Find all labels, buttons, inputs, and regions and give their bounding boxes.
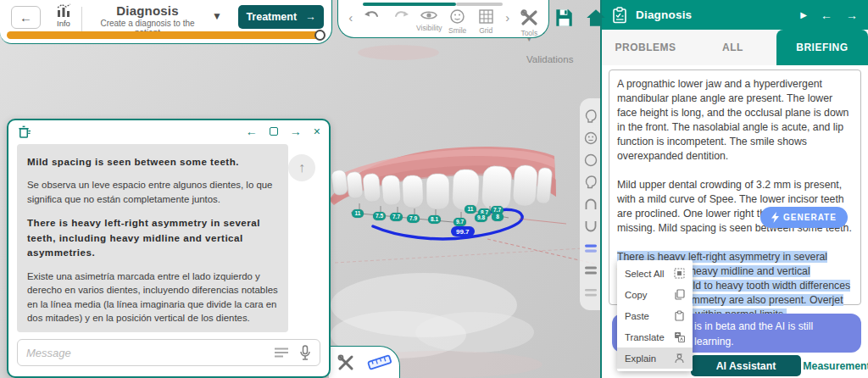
occlusion-view-icon-selected[interactable] (583, 241, 598, 256)
tooth-width-badge[interactable]: 9.7 (453, 218, 466, 226)
ai-chat-window: ← → × Mild spacing is seen between some … (7, 119, 331, 378)
tooth-width-badge[interactable]: 7.9 (407, 214, 420, 223)
bite-alt-view-icon[interactable] (583, 285, 598, 300)
tooth-width-badge[interactable]: 11 (465, 205, 476, 214)
profile-view-icon[interactable] (583, 175, 598, 190)
menu-item-paste[interactable]: Paste (617, 305, 693, 326)
grid-button[interactable]: Grid (471, 8, 499, 35)
paste-icon (674, 310, 685, 321)
save-button[interactable] (553, 7, 575, 29)
tooth-width-badge[interactable]: 7.5 (373, 212, 386, 220)
diagnosis-progress-bar[interactable] (7, 31, 320, 39)
circle-view-icon[interactable] (583, 153, 598, 168)
grid-label: Grid (479, 26, 492, 35)
menu-label: Copy (625, 290, 647, 300)
chat-finding: Mild spacing is seen between some teeth. (27, 154, 278, 169)
page-title: Diagnosis (88, 3, 207, 18)
menu-item-explain[interactable]: Explain (617, 347, 693, 369)
upper-arch-view-icon[interactable] (583, 197, 598, 212)
clipboard-icon (612, 7, 627, 24)
treatment-label: Treatment (246, 11, 297, 23)
suggestions-icon[interactable] (274, 347, 289, 359)
panel-title: Diagnosis (636, 8, 692, 21)
tools-icon[interactable] (337, 353, 355, 372)
panel-forward-button[interactable]: → (846, 9, 858, 21)
step-dropdown-caret[interactable]: ▼ (212, 10, 222, 22)
generate-label: GENERATE (783, 213, 837, 222)
explain-icon (674, 353, 685, 364)
menu-item-copy[interactable]: Copy (617, 284, 693, 305)
chat-back-button[interactable]: ← (246, 125, 258, 137)
play-button[interactable]: ▶ (800, 11, 807, 19)
tools-caret-icon: ▼ (526, 36, 532, 42)
tooth-width-badge[interactable]: 11 (352, 209, 364, 218)
chat-close-button[interactable]: × (314, 125, 320, 137)
grid-icon (478, 8, 494, 25)
chat-explanation-es: Existe una asimetría marcada entre el la… (27, 270, 278, 325)
smile-icon (449, 8, 465, 25)
ruler-icon[interactable] (367, 353, 392, 372)
select-all-icon (674, 268, 685, 279)
panel-tabs: PROBLEMS ALL BRIEFING (602, 30, 868, 65)
menu-item-select-all[interactable]: Select All (617, 263, 693, 284)
scroll-to-top-button[interactable]: ↑ (288, 154, 315, 181)
undo-button[interactable] (359, 8, 387, 24)
menu-label: Translate (625, 332, 665, 342)
back-button[interactable]: ← (11, 6, 41, 29)
tools-menu-button[interactable]: Tools ▼ (515, 8, 543, 42)
smile-view-icon[interactable] (583, 131, 598, 146)
redo-button[interactable] (387, 8, 415, 24)
beta-notice-line1: is in beta and the AI is still learning. (694, 319, 854, 350)
app-window: 11 7.5 7.7 7.9 8.1 9.7 11 8.7 7.7 9.8 8 … (0, 0, 868, 378)
panel-divider (600, 0, 602, 378)
treatment-button[interactable]: Treatment → (238, 5, 324, 29)
menu-label: Explain (625, 353, 656, 364)
tab-all[interactable]: ALL (689, 30, 776, 65)
toolbar-progress-rest (456, 3, 503, 6)
tools-icon (519, 8, 539, 27)
translate-icon (674, 331, 685, 342)
arrow-right-icon: → (305, 11, 316, 23)
panel-nav: ▶ ← → (800, 9, 858, 21)
toolbar-scroll-left[interactable]: ‹ (343, 10, 359, 25)
menu-item-translate[interactable]: Translate (617, 326, 693, 347)
clear-chat-icon[interactable] (17, 125, 31, 139)
chat-message-body[interactable]: Mild spacing is seen between some teeth.… (17, 144, 288, 332)
validations-label: Validations (526, 54, 573, 64)
microphone-icon[interactable] (299, 345, 311, 361)
tooth-width-badge[interactable]: 7.7 (390, 213, 403, 221)
visibility-label: Visibility (416, 24, 442, 32)
bite-view-icon[interactable] (583, 263, 598, 278)
panel-back-button[interactable]: ← (821, 9, 832, 21)
chart-info-icon (55, 3, 72, 17)
info-button[interactable]: Info (51, 3, 76, 28)
menu-label: Paste (625, 311, 649, 321)
toolbar-scroll-right[interactable]: › (500, 10, 515, 25)
undo-icon (363, 8, 381, 24)
measurement-button[interactable]: Measurement (805, 355, 868, 376)
message-input[interactable] (26, 347, 264, 359)
menu-label: Select All (625, 269, 664, 279)
chat-forward-button[interactable]: → (290, 125, 302, 137)
lower-arch-view-icon[interactable] (583, 219, 598, 234)
chat-maximize-button[interactable] (270, 127, 278, 136)
tooth-width-badge[interactable]: 9.8 (475, 214, 487, 222)
tooth-width-badge[interactable]: 8 (492, 213, 504, 221)
visibility-button[interactable]: Visibility (415, 8, 443, 32)
tooth-width-badge[interactable]: 8.1 (428, 215, 441, 224)
tab-problems[interactable]: PROBLEMS (602, 30, 689, 65)
ai-assistant-button[interactable]: AI Assistant (691, 355, 801, 376)
bolt-icon (771, 212, 779, 223)
smile-button[interactable]: Smile (443, 8, 471, 35)
panel-header: Diagnosis ▶ ← → (602, 0, 868, 30)
home-button[interactable] (585, 7, 607, 29)
chat-window-controls: ← → × (246, 125, 320, 137)
face-profile-view-icon[interactable] (583, 108, 598, 124)
eye-icon (420, 8, 438, 22)
bottom-tool-tab (329, 346, 400, 378)
progress-handle[interactable] (314, 30, 326, 41)
info-label: Info (51, 19, 76, 28)
tab-briefing[interactable]: BRIEFING (776, 30, 868, 65)
generate-button[interactable]: GENERATE (760, 207, 848, 228)
arch-length-badge[interactable]: 99.7 (451, 226, 475, 236)
